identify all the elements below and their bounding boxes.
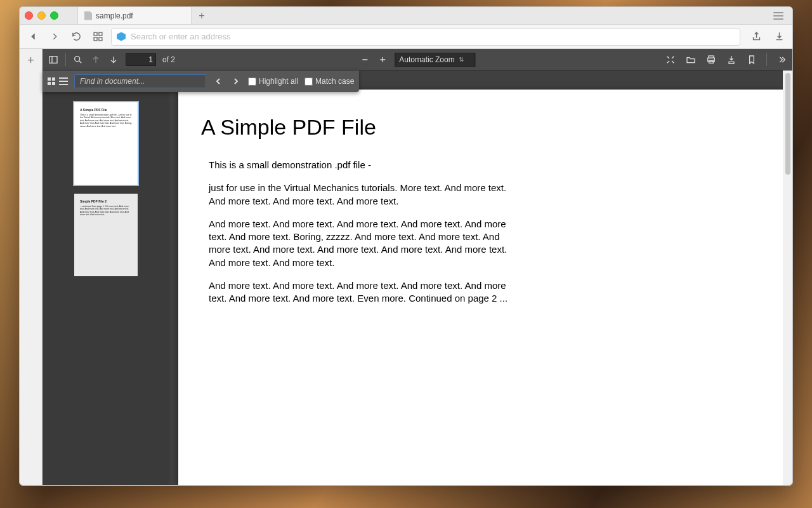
zoom-in-icon[interactable]	[377, 54, 388, 65]
maximize-window-button[interactable]	[50, 11, 58, 20]
open-file-icon[interactable]	[685, 54, 697, 65]
find-bar: Highlight all Match case	[43, 70, 359, 92]
pdf-viewer: of 2 Automatic Zoom ⇅	[43, 49, 792, 485]
downloads-icon[interactable]	[771, 29, 787, 45]
document-icon	[84, 11, 92, 20]
thumbnail-page-1[interactable]: A Simple PDF File This is a small demons…	[74, 102, 138, 185]
scrollbar[interactable]	[783, 70, 792, 485]
highlight-all-checkbox[interactable]: Highlight all	[248, 77, 298, 86]
pdf-page: A Simple PDF File This is a small demons…	[178, 90, 783, 485]
zoom-out-icon[interactable]	[359, 54, 370, 65]
thumbnail-view-icon[interactable]	[48, 77, 55, 85]
forward-button[interactable]	[46, 29, 63, 45]
reload-button[interactable]	[68, 29, 84, 45]
print-icon[interactable]	[705, 54, 717, 65]
address-input[interactable]	[131, 32, 735, 41]
match-case-checkbox[interactable]: Match case	[304, 77, 354, 86]
share-icon[interactable]	[748, 29, 764, 45]
page-paragraph: And more text. And more text. And more t…	[209, 218, 513, 269]
titlebar: sample.pdf +	[20, 7, 792, 25]
apps-grid-icon[interactable]	[89, 29, 106, 45]
chevron-updown-icon: ⇅	[459, 56, 464, 63]
svg-rect-4	[49, 56, 57, 63]
menu-icon[interactable]	[773, 12, 783, 20]
page-title: A Simple PDF File	[201, 115, 745, 140]
prev-page-icon[interactable]	[90, 54, 102, 65]
window-controls	[25, 11, 58, 20]
svg-line-7	[79, 61, 81, 63]
svg-rect-13	[709, 60, 714, 63]
thumbnail-sidebar: A Simple PDF File This is a small demons…	[43, 70, 169, 485]
minimize-window-button[interactable]	[37, 11, 46, 20]
find-input[interactable]	[74, 74, 206, 88]
bookmark-icon[interactable]	[746, 54, 757, 65]
more-tools-icon[interactable]	[776, 54, 787, 65]
svg-point-6	[75, 56, 80, 61]
new-tab-button[interactable]: +	[192, 7, 212, 24]
thumbnail-page-2[interactable]: Simple PDF File 2 ...continued from page…	[74, 194, 138, 276]
tab-strip: sample.pdf +	[77, 7, 773, 24]
svg-rect-3	[98, 37, 102, 41]
page-paragraph: just for use in the Virtual Mechanics tu…	[209, 182, 513, 208]
search-icon[interactable]	[72, 54, 84, 65]
toggle-sidebar-icon[interactable]	[48, 54, 59, 65]
scrollbar-thumb[interactable]	[785, 73, 790, 175]
content-area: + of 2 Automatic Zoom	[20, 49, 792, 485]
separator	[65, 53, 66, 66]
zoom-select-label: Automatic Zoom	[399, 55, 454, 64]
tab-title: sample.pdf	[96, 11, 133, 20]
next-page-icon[interactable]	[108, 54, 119, 65]
presentation-icon[interactable]	[665, 54, 676, 65]
navigation-bar	[20, 25, 792, 49]
find-prev-icon[interactable]	[213, 76, 224, 87]
browser-window: sample.pdf + +	[19, 6, 793, 486]
address-bar[interactable]	[111, 28, 740, 46]
svg-rect-1	[98, 32, 102, 36]
close-window-button[interactable]	[25, 11, 33, 20]
separator	[766, 53, 767, 66]
svg-rect-0	[94, 32, 97, 36]
back-button[interactable]	[25, 29, 41, 45]
page-area[interactable]: A Simple PDF File This is a small demons…	[169, 70, 792, 485]
zoom-select[interactable]: Automatic Zoom ⇅	[395, 53, 475, 67]
page-paragraph: And more text. And more text. And more t…	[209, 279, 513, 305]
find-next-icon[interactable]	[230, 76, 242, 87]
pdf-body: A Simple PDF File This is a small demons…	[43, 70, 792, 485]
view-mode-group	[48, 77, 68, 85]
pdf-toolbar: of 2 Automatic Zoom ⇅	[43, 49, 792, 70]
page-paragraph: This is a small demonstration .pdf file …	[209, 159, 513, 171]
browser-tab[interactable]: sample.pdf	[77, 7, 192, 24]
new-tab-vertical-button[interactable]: +	[27, 54, 34, 67]
outline-view-icon[interactable]	[59, 77, 68, 85]
svg-rect-2	[94, 37, 97, 41]
page-count-label: of 2	[162, 55, 175, 64]
vertical-tab-gutter: +	[20, 49, 43, 485]
page-number-input[interactable]	[126, 53, 156, 66]
site-identity-icon	[117, 32, 126, 41]
download-pdf-icon[interactable]	[726, 54, 737, 65]
